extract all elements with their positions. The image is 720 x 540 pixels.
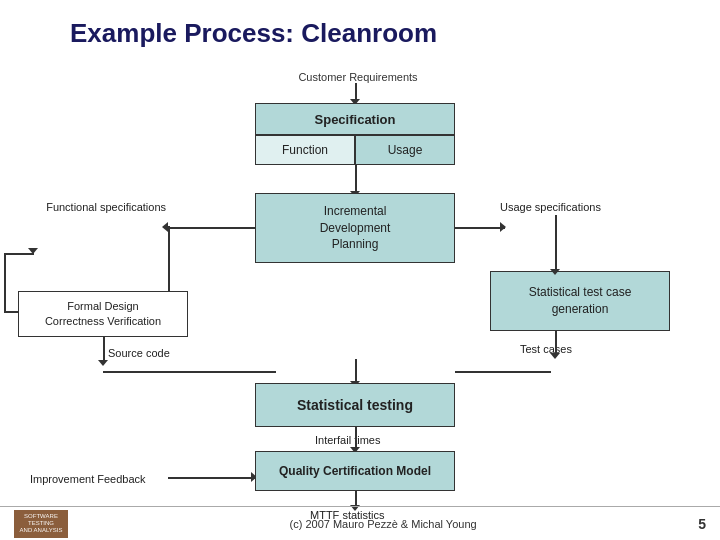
incremental-dev-box: Incremental Development Planning (255, 193, 455, 263)
loop-line-h (4, 311, 18, 313)
arrow-improvement-right (168, 477, 256, 479)
bottom-bar: SOFTWARE TESTING AND ANALYSIS (c) 2007 M… (0, 506, 720, 540)
arrow-testcases-to-stattest-h (455, 371, 551, 373)
function-box: Function (255, 135, 355, 165)
diagram: Customer Requirements Specification Func… (0, 53, 720, 513)
vert-left-line (168, 226, 170, 294)
arrow-stattest-to-testcases (555, 331, 557, 355)
source-code-label: Source code (108, 347, 170, 359)
copyright-label: (c) 2007 Mauro Pezzè & Michal Young (68, 518, 698, 530)
usage-box: Usage (355, 135, 455, 165)
usage-specs-label: Usage specifications (500, 201, 640, 213)
quality-cert-box: Quality Certification Model (255, 451, 455, 491)
arrow-usagespec-to-stattest (555, 215, 557, 271)
test-cases-label: Test cases (520, 343, 572, 355)
arrowhead-sourcecode (98, 360, 108, 366)
functional-specs-label: Functional specifications (36, 201, 166, 213)
arrow-formal-to-sourcecode (103, 337, 105, 361)
statistical-testing-box: Statistical testing (255, 383, 455, 427)
arrow-incr-to-usagespec (455, 227, 505, 229)
arrowhead-stattest (550, 269, 560, 275)
arrow-spec-to-incr (355, 165, 357, 193)
customer-requirements-label: Customer Requirements (278, 71, 438, 83)
arrowhead-loop (28, 248, 38, 254)
arrow-stattesting-down (355, 427, 357, 449)
arrowhead-testcases (550, 353, 560, 359)
page: Example Process: Cleanroom Customer Requ… (0, 0, 720, 540)
formal-design-box: Formal Design Correctness Verification (18, 291, 188, 337)
arrowhead-usagespec (500, 222, 506, 232)
page-number: 5 (698, 516, 706, 532)
arrow-to-stattesting (355, 359, 357, 383)
arrow-funcspec-left (168, 227, 255, 229)
specification-box: Specification (255, 103, 455, 135)
loop-line-v-up (4, 253, 6, 311)
interfail-times-label: Interfail times (315, 434, 380, 446)
improvement-feedback-label: Improvement Feedback (30, 473, 146, 485)
book-cover-image: SOFTWARE TESTING AND ANALYSIS (14, 510, 68, 538)
statistical-testcase-box: Statistical test case generation (490, 271, 670, 331)
arrow-source-to-stattest-h (103, 371, 276, 373)
page-title: Example Process: Cleanroom (0, 0, 720, 53)
